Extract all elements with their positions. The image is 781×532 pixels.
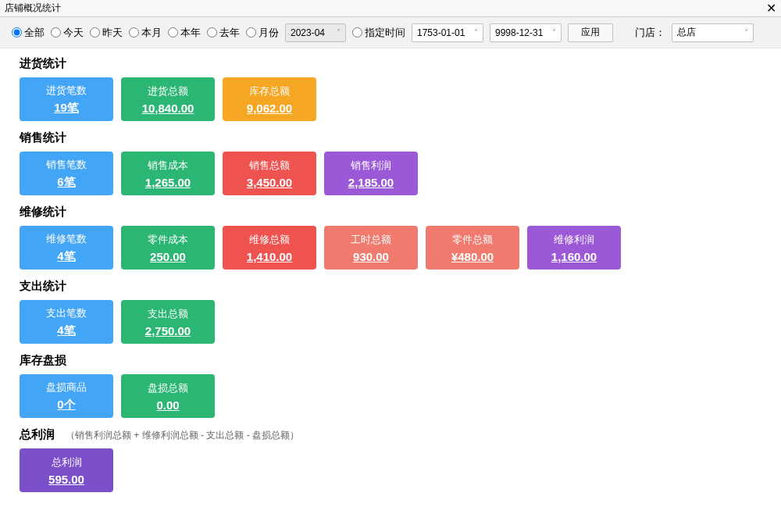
date-to-value: 9998-12-31 [495, 27, 543, 38]
card-label: 支出总额 [148, 307, 188, 321]
card-value: 19笔 [54, 101, 79, 116]
chevron-down-icon: ˅ [744, 28, 748, 37]
radio-custom[interactable]: 指定时间 [352, 26, 405, 40]
radio-today[interactable]: 今天 [51, 26, 84, 40]
card-repair-count[interactable]: 维修笔数4笔 [20, 226, 113, 270]
card-value: 0个 [57, 398, 75, 412]
chevron-down-icon: ˅ [337, 28, 341, 37]
card-label: 盘损总额 [148, 381, 188, 395]
card-sales-cost[interactable]: 销售成本1,265.00 [121, 152, 215, 195]
card-value: 6笔 [57, 175, 75, 190]
date-to-input[interactable]: 9998-12-31 ˅ [490, 23, 562, 42]
radio-all-label: 全部 [24, 26, 45, 40]
card-purchase-total[interactable]: 进货总额10,840.00 [121, 77, 215, 121]
section-loss: 库存盘损 盘损商品0个 盘损总额0.00 [20, 353, 761, 418]
card-value: 0.00 [156, 398, 179, 412]
card-label: 库存总额 [249, 84, 290, 98]
card-label: 销售笔数 [46, 158, 87, 172]
titlebar: 店铺概况统计 ✕ [0, 0, 781, 17]
radio-last-year-label: 去年 [219, 26, 240, 40]
card-repair-total[interactable]: 维修总额1,410.00 [223, 226, 316, 270]
card-value: 1,410.00 [247, 250, 292, 263]
store-label: 门店： [635, 26, 665, 40]
card-label: 支出笔数 [46, 306, 87, 320]
section-expense-title: 支出统计 [20, 279, 761, 294]
radio-by-month[interactable]: 月份 [246, 26, 279, 40]
card-repair-profit[interactable]: 维修利润1,160.00 [527, 226, 621, 270]
month-picker-value: 2023-04 [291, 27, 325, 38]
card-value: ¥480.00 [451, 250, 494, 263]
month-picker[interactable]: 2023-04 ˅ [285, 23, 346, 42]
card-labor-total[interactable]: 工时总额930.00 [324, 226, 418, 270]
loss-cards: 盘损商品0个 盘损总额0.00 [20, 374, 761, 418]
card-value: 3,450.00 [247, 176, 292, 189]
card-sales-profit[interactable]: 销售利润2,185.00 [324, 152, 418, 195]
radio-this-month[interactable]: 本月 [129, 26, 162, 40]
card-value: 10,840.00 [142, 102, 194, 115]
card-purchase-count[interactable]: 进货笔数19笔 [20, 77, 113, 121]
card-label: 维修笔数 [46, 232, 87, 246]
card-value: 1,265.00 [145, 176, 191, 189]
section-loss-title: 库存盘损 [20, 353, 761, 368]
card-label: 维修利润 [554, 233, 594, 247]
radio-yesterday-label: 昨天 [102, 26, 123, 40]
profit-cards: 总利润595.00 [20, 448, 761, 492]
card-loss-items[interactable]: 盘损商品0个 [20, 374, 113, 418]
content-area: 进货统计 进货笔数19笔 进货总额10,840.00 库存总额9,062.00 … [0, 48, 781, 509]
radio-this-month-label: 本月 [141, 26, 162, 40]
section-profit-note: （销售利润总额 + 维修利润总额 - 支出总额 - 盘损总额） [66, 429, 299, 442]
radio-this-year-label: 本年 [180, 26, 201, 40]
card-value: 2,185.00 [348, 176, 394, 189]
apply-button[interactable]: 应用 [568, 23, 613, 42]
card-label: 工时总额 [351, 233, 391, 247]
card-sales-count[interactable]: 销售笔数6笔 [20, 152, 113, 195]
card-label: 进货笔数 [46, 84, 87, 98]
card-label: 进货总额 [148, 84, 188, 98]
section-expense: 支出统计 支出笔数4笔 支出总额2,750.00 [20, 279, 761, 344]
card-label: 盘损商品 [46, 380, 87, 395]
card-expense-total[interactable]: 支出总额2,750.00 [121, 300, 215, 344]
card-label: 总利润 [52, 455, 82, 470]
card-label: 销售成本 [148, 159, 188, 173]
card-value: 4笔 [57, 249, 75, 264]
card-sales-total[interactable]: 销售总额3,450.00 [223, 152, 316, 195]
card-value: 250.00 [150, 250, 186, 263]
card-value: 4笔 [57, 323, 75, 338]
time-range-radios: 全部 今天 昨天 本月 本年 去年 月份 [12, 26, 279, 40]
date-from-input[interactable]: 1753-01-01 ˅ [412, 23, 483, 42]
card-label: 销售利润 [351, 159, 391, 173]
card-value: 9,062.00 [247, 102, 292, 115]
card-total-profit[interactable]: 总利润595.00 [20, 448, 113, 492]
card-parts-cost[interactable]: 零件成本250.00 [121, 226, 215, 270]
section-sales-title: 销售统计 [20, 130, 761, 145]
radio-last-year[interactable]: 去年 [207, 26, 240, 40]
filter-toolbar: 全部 今天 昨天 本月 本年 去年 月份 2023-04 ˅ 指定时间 1753… [0, 17, 781, 48]
section-sales: 销售统计 销售笔数6笔 销售成本1,265.00 销售总额3,450.00 销售… [20, 130, 761, 195]
section-profit-header: 总利润 （销售利润总额 + 维修利润总额 - 支出总额 - 盘损总额） [20, 427, 761, 442]
repair-cards: 维修笔数4笔 零件成本250.00 维修总额1,410.00 工时总额930.0… [20, 226, 761, 270]
card-inventory-total[interactable]: 库存总额9,062.00 [223, 77, 316, 121]
card-value: 2,750.00 [145, 324, 191, 337]
card-label: 销售总额 [249, 159, 290, 173]
close-icon[interactable]: ✕ [766, 2, 776, 15]
store-select-value: 总店 [677, 26, 696, 39]
card-value: 1,160.00 [551, 250, 597, 263]
section-repair: 维修统计 维修笔数4笔 零件成本250.00 维修总额1,410.00 工时总额… [20, 205, 761, 270]
section-purchase: 进货统计 进货笔数19笔 进货总额10,840.00 库存总额9,062.00 [20, 56, 761, 121]
radio-this-year[interactable]: 本年 [168, 26, 201, 40]
card-label: 零件总额 [452, 233, 493, 247]
card-value: 930.00 [353, 250, 389, 263]
purchase-cards: 进货笔数19笔 进货总额10,840.00 库存总额9,062.00 [20, 77, 761, 121]
date-from-value: 1753-01-01 [417, 27, 465, 38]
radio-yesterday[interactable]: 昨天 [90, 26, 123, 40]
store-select[interactable]: 总店 ˅ [672, 23, 754, 42]
card-loss-total[interactable]: 盘损总额0.00 [121, 374, 215, 418]
radio-all[interactable]: 全部 [12, 26, 45, 40]
window-title: 店铺概况统计 [5, 2, 61, 15]
card-expense-count[interactable]: 支出笔数4笔 [20, 300, 113, 344]
card-label: 零件成本 [148, 233, 188, 247]
card-label: 维修总额 [249, 233, 290, 247]
card-parts-total[interactable]: 零件总额¥480.00 [426, 226, 519, 270]
radio-by-month-label: 月份 [259, 26, 279, 40]
radio-today-label: 今天 [63, 26, 84, 40]
